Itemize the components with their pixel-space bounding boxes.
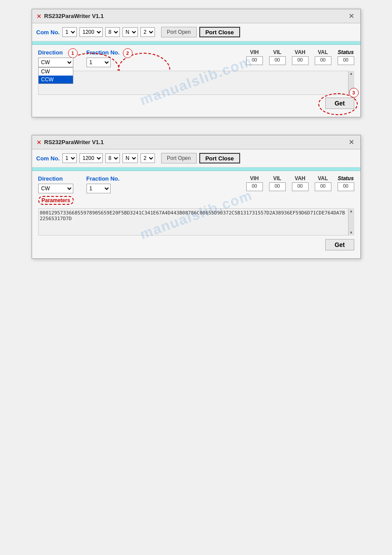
status-group-2: Status 00 bbox=[338, 175, 354, 191]
close-button-2[interactable]: ✕ bbox=[347, 138, 356, 146]
scroll-up-arrow-2[interactable]: ▲ bbox=[349, 209, 353, 213]
vah-group-2: VAH 00 bbox=[292, 175, 309, 191]
vih-label-2: VIH bbox=[250, 175, 259, 181]
vil-group-1: VIL 00 bbox=[269, 49, 286, 65]
scroll-bar-1[interactable]: ▲ ▼ bbox=[348, 71, 354, 95]
parity-select-2[interactable]: N bbox=[122, 153, 138, 163]
window-title-2: RS232ParaWriter V1.1 bbox=[44, 139, 104, 145]
stop-select-2[interactable]: 2 bbox=[140, 153, 155, 163]
bits-select-2[interactable]: 8 bbox=[105, 153, 120, 163]
parity-select-1[interactable]: N bbox=[122, 27, 138, 37]
direction-select-1[interactable]: CW bbox=[38, 58, 73, 67]
port-open-button-1[interactable]: Port Open bbox=[161, 27, 197, 37]
fraction-select-2[interactable]: 1 bbox=[86, 184, 111, 193]
get-button-container-1: 3 Get bbox=[325, 98, 354, 109]
window-title-1: RS232ParaWriter V1.1 bbox=[44, 13, 104, 19]
params-text-2: 000129573366855978905659E20F5BD3241C341E… bbox=[38, 208, 354, 236]
fraction-label-2: Fraction No. bbox=[86, 175, 120, 182]
fraction-select-1[interactable]: 1 bbox=[86, 58, 111, 67]
val-group-2: VAL 00 bbox=[315, 175, 331, 191]
window-2: ✕ RS232ParaWriter V1.1 ✕ Com No. 1 1200 … bbox=[32, 135, 361, 259]
parameters-label-2: Parameters bbox=[38, 196, 74, 205]
status-group-1: Status 00 bbox=[338, 49, 354, 65]
direction-label-2: Direction bbox=[38, 175, 73, 182]
vih-group-2: VIH 00 bbox=[246, 175, 263, 191]
vah-value-2: 00 bbox=[292, 182, 309, 191]
vah-value-1: 00 bbox=[292, 56, 309, 65]
scroll-up-arrow-1[interactable]: ▲ bbox=[349, 72, 353, 76]
scroll-bar-2[interactable]: ▲ ▼ bbox=[348, 208, 354, 236]
close-button-1[interactable]: ✕ bbox=[347, 12, 356, 20]
fraction-label-1: Fraction No. bbox=[86, 49, 120, 56]
direction-dropdown-container-1: CW CW CCW bbox=[38, 58, 73, 67]
val-group-1: VAL 00 bbox=[315, 49, 331, 65]
scroll-down-arrow-2[interactable]: ▼ bbox=[349, 231, 353, 235]
title-bar-2: ✕ RS232ParaWriter V1.1 ✕ bbox=[32, 135, 360, 149]
vil-group-2: VIL 00 bbox=[269, 175, 286, 191]
content-area-2: Direction CW Fraction No. 1 VIH 00 VIL bbox=[32, 171, 360, 258]
vah-group-1: VAH 00 bbox=[292, 49, 309, 65]
get-row-1: 3 Get bbox=[38, 98, 354, 112]
get-row-2: Get bbox=[38, 239, 354, 254]
vah-label-1: VAH bbox=[295, 49, 305, 55]
get-button-2[interactable]: Get bbox=[325, 239, 354, 250]
vil-value-2: 00 bbox=[269, 182, 286, 191]
comno-label-1: Com No. bbox=[36, 29, 60, 36]
port-close-button-1[interactable]: Port Close bbox=[199, 27, 240, 37]
vih-value-1: 00 bbox=[246, 56, 263, 65]
comno-label-2: Com No. bbox=[36, 155, 60, 162]
port-open-button-2[interactable]: Port Open bbox=[161, 153, 197, 163]
toolbar-2: Com No. 1 1200 8 N 2 Port Open Port Clos… bbox=[32, 149, 360, 167]
status-label-1: Status bbox=[338, 49, 354, 55]
metrics-group-2: VIH 00 VIL 00 VAH 00 VAL 00 Status 00 bbox=[246, 175, 354, 191]
direction-group-2: Direction CW bbox=[38, 175, 73, 193]
status-value-1: 00 bbox=[338, 56, 354, 65]
params-label-container-2: Parameters bbox=[38, 196, 354, 207]
port-close-button-2[interactable]: Port Close bbox=[199, 153, 240, 163]
app-icon-2: ✕ bbox=[36, 139, 42, 146]
vil-label-2: VIL bbox=[273, 175, 281, 181]
direction-label-1: Direction bbox=[38, 49, 73, 56]
direction-select-2[interactable]: CW bbox=[38, 184, 73, 193]
params-row-1: Direction CW CW CCW Fraction No. 1 bbox=[38, 49, 354, 67]
window-1: ✕ RS232ParaWriter V1.1 ✕ Com No. 1 1200 … bbox=[32, 9, 361, 117]
val-value-1: 00 bbox=[315, 56, 331, 65]
stop-select-1[interactable]: 2 bbox=[140, 27, 155, 37]
val-value-2: 00 bbox=[315, 182, 331, 191]
fraction-group-1: Fraction No. 1 bbox=[86, 49, 120, 67]
status-value-2: 00 bbox=[338, 182, 354, 191]
params-text-container-2: 000129573366855978905659E20F5BD3241C341E… bbox=[38, 208, 354, 236]
app-icon: ✕ bbox=[36, 13, 42, 20]
get-button-1[interactable]: Get bbox=[325, 98, 354, 109]
val-label-1: VAL bbox=[318, 49, 328, 55]
direction-dropdown-list-1: CW CCW bbox=[38, 67, 73, 84]
metrics-group-1: VIH 00 VIL 00 VAH 00 VAL 00 Status 00 bbox=[246, 49, 354, 65]
vah-label-2: VAH bbox=[295, 175, 305, 181]
vih-value-2: 00 bbox=[246, 182, 263, 191]
params-text-1 bbox=[38, 71, 354, 95]
params-text-container-1: ▲ ▼ bbox=[38, 71, 354, 95]
scroll-down-arrow-1[interactable]: ▼ bbox=[349, 90, 353, 94]
comno-select-2[interactable]: 1 bbox=[62, 153, 77, 163]
title-bar-1: ✕ RS232ParaWriter V1.1 ✕ bbox=[32, 9, 360, 23]
cyan-bar-1 bbox=[32, 41, 360, 45]
toolbar-1: Com No. 1 1200 8 N 2 Port Open Port Clos… bbox=[32, 23, 360, 41]
direction-option-ccw[interactable]: CCW bbox=[39, 76, 73, 83]
bits-select-1[interactable]: 8 bbox=[105, 27, 120, 37]
baud-select-1[interactable]: 1200 bbox=[79, 27, 103, 37]
val-label-2: VAL bbox=[318, 175, 328, 181]
vil-value-1: 00 bbox=[269, 56, 286, 65]
title-bar-left-2: ✕ RS232ParaWriter V1.1 bbox=[36, 139, 104, 146]
status-label-2: Status bbox=[338, 175, 354, 181]
content-area-1: 1 2 Direction CW CW CCW bbox=[32, 45, 360, 117]
baud-select-2[interactable]: 1200 bbox=[79, 153, 103, 163]
cyan-bar-2 bbox=[32, 167, 360, 171]
direction-option-cw[interactable]: CW bbox=[39, 68, 73, 76]
vil-label-1: VIL bbox=[273, 49, 281, 55]
fraction-group-2: Fraction No. 1 bbox=[86, 175, 120, 193]
title-bar-left-1: ✕ RS232ParaWriter V1.1 bbox=[36, 13, 104, 20]
vih-group-1: VIH 00 bbox=[246, 49, 263, 65]
direction-group-1: Direction CW CW CCW bbox=[38, 49, 73, 67]
comno-select-1[interactable]: 1 bbox=[62, 27, 77, 37]
vih-label-1: VIH bbox=[250, 49, 259, 55]
